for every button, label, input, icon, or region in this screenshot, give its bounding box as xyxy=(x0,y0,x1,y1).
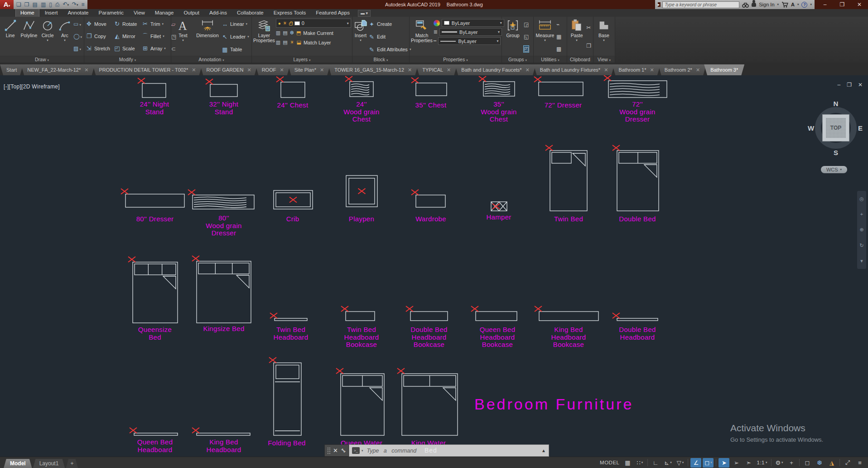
graphics-performance-icon[interactable]: ◮ xyxy=(826,458,837,468)
qat-redo-icon-dropdown[interactable]: ▾ xyxy=(77,3,78,6)
furniture-label-hamper[interactable]: Hamper xyxy=(486,214,511,221)
array-dropdown-icon[interactable]: ▾ xyxy=(164,47,166,50)
ribbon-tab-add-ins[interactable]: Add-ins xyxy=(205,9,231,17)
file-tab-new-fa-22-march-12-[interactable]: NEW_FA_22-March-12*✕ xyxy=(21,64,95,75)
panel-label-block[interactable]: Block ▾ xyxy=(352,56,409,63)
furniture-label-wardrobe[interactable]: Wardrobe xyxy=(415,215,446,223)
doc-minimize-button[interactable]: – xyxy=(837,82,840,88)
ellipse-tool-icon[interactable]: ◯ ▾ xyxy=(73,33,82,40)
file-tab-close-icon[interactable]: ✕ xyxy=(320,67,324,73)
layer-combo-dropdown-icon[interactable]: ▾ xyxy=(347,21,349,25)
infocenter-collapse-icon[interactable]: ▸ xyxy=(658,2,661,7)
file-tab-close-icon[interactable]: ✕ xyxy=(604,67,608,73)
copy-clip-icon[interactable]: ❐ xyxy=(586,43,591,49)
layer-thaw-icon[interactable]: ☀ xyxy=(290,39,294,45)
dynamic-input-icon[interactable]: ➤ xyxy=(719,458,729,468)
ribbon-tab-featured-apps[interactable]: Featured Apps xyxy=(311,9,354,17)
polar-tracking-icon-dropdown-icon[interactable]: ▾ xyxy=(670,461,672,464)
furniture-label-twin-bed[interactable]: Twin Bed xyxy=(554,215,583,223)
isolate-objects-icon[interactable]: ◻ xyxy=(802,458,813,468)
doc-close-button[interactable]: ✕ xyxy=(858,82,863,88)
drawing-title-text[interactable]: Bedroom Furniture xyxy=(474,395,633,413)
furniture-block-kingsize-bed[interactable] xyxy=(190,255,257,331)
text-button[interactable]: A Text ▾ xyxy=(173,18,193,56)
circle-button[interactable]: Circle ▾ xyxy=(39,18,56,56)
make-current-button[interactable]: Make Current xyxy=(303,30,333,36)
recent-commands-dropdown-icon[interactable]: ▾ xyxy=(362,449,363,453)
furniture-label-35-[interactable]: 35'' Wood grain Chest xyxy=(481,101,516,123)
transparency-icon[interactable]: ➣ xyxy=(743,458,754,468)
qat-customize-icon[interactable]: ≡ xyxy=(82,0,85,9)
circle-dropdown-icon[interactable]: ▾ xyxy=(47,39,48,42)
group-button[interactable]: Group xyxy=(503,18,522,56)
qat-redo-icon[interactable]: ↷▾ xyxy=(72,0,78,10)
match-layer-button[interactable]: Match Layer xyxy=(304,40,331,45)
furniture-label-double-bed[interactable]: Double Bed xyxy=(619,215,656,223)
compass-north[interactable]: N xyxy=(834,100,839,107)
fillet-button[interactable]: ⌒Fillet▾ xyxy=(142,32,170,40)
edit-button[interactable]: ✎Edit xyxy=(368,32,411,42)
furniture-label-twin-bed[interactable]: Twin Bed Headboard Bookcase xyxy=(344,326,379,349)
polar-tracking-icon[interactable]: ⊾▾ xyxy=(662,458,673,468)
zoom-icon[interactable]: ⊕ xyxy=(859,227,863,233)
annotation-scale-dropdown-icon[interactable]: ▾ xyxy=(766,461,767,464)
furniture-block-queensize[interactable] xyxy=(126,256,184,331)
view-cube[interactable]: N S E W TOP xyxy=(810,102,861,153)
furniture-label-80-[interactable]: 80'' Wood grain Dresser xyxy=(206,214,241,237)
layer-off-icon[interactable]: ▥ xyxy=(276,30,280,36)
object-color-combo[interactable]: ByLayer ▾ xyxy=(442,19,504,27)
furniture-label-35-chest[interactable]: 35'' Chest xyxy=(415,102,447,109)
furniture-block-king-water[interactable] xyxy=(395,367,464,444)
furniture-block-double-bed[interactable] xyxy=(611,144,665,219)
group-edit-icon[interactable]: ◱ xyxy=(524,34,529,40)
furniture-label-24-night[interactable]: 24'' Night Stand xyxy=(140,101,169,116)
ribbon-tab-parametric[interactable]: Parametric xyxy=(94,9,129,17)
ribbon-tab-express-tools[interactable]: Express Tools xyxy=(269,9,310,17)
furniture-label-folding-bed[interactable]: Folding Bed xyxy=(268,439,305,447)
measure-dropdown-icon[interactable]: ▾ xyxy=(544,39,546,42)
trim-button[interactable]: ✂Trim▾ xyxy=(142,20,170,27)
file-tab-bathroom-1-[interactable]: Bathroom 1*✕ xyxy=(612,64,660,75)
array-button[interactable]: ⊞Array▾ xyxy=(142,45,170,52)
table-button[interactable]: ▦Table xyxy=(222,44,249,54)
pan-icon[interactable]: + xyxy=(860,211,863,217)
id-point-icon[interactable]: ▩ xyxy=(556,46,561,52)
layer-freeze-icon[interactable]: ❆ xyxy=(290,30,294,36)
trim-dropdown-icon[interactable]: ▾ xyxy=(162,22,164,26)
file-tab-production-detail-tower-t002-[interactable]: PRODUCTION DETAIL TOWER - T002*✕ xyxy=(92,64,202,75)
create-button[interactable]: ✦Create xyxy=(368,19,411,29)
ribbon-tab-manage[interactable]: Manage xyxy=(150,9,178,17)
base-button[interactable]: Base ▾ xyxy=(595,18,613,56)
lineweight-combo[interactable]: ByLayer ▾ xyxy=(439,28,502,36)
rotate-button[interactable]: ↻Rotate xyxy=(114,20,142,27)
quick-calc-icon[interactable]: ▦ xyxy=(556,34,561,40)
file-tab-close-icon[interactable]: ✕ xyxy=(84,67,88,73)
dimension-button[interactable]: Dimension xyxy=(194,18,221,56)
cut-clip-icon[interactable]: ✂ xyxy=(586,24,591,31)
close-button[interactable]: ✕ xyxy=(851,0,868,9)
rectangle-tool-icon[interactable]: ▭ ▾ xyxy=(73,21,82,28)
edit-attributes-button[interactable]: ✎Edit Attributes▾ xyxy=(368,44,411,54)
ribbon-tab-output[interactable]: Output xyxy=(179,9,204,17)
command-bar-grip[interactable]: ✕ 🔧︎ xyxy=(324,444,349,457)
match-properties-button[interactable]: Match Properties xyxy=(411,18,433,56)
file-tab-typical[interactable]: TYPICAL✕ xyxy=(416,64,457,75)
doc-restore-button[interactable]: ❐ xyxy=(847,82,852,88)
file-tab-close-icon[interactable]: ✕ xyxy=(408,67,412,73)
command-history-expand-icon[interactable]: ▲ xyxy=(541,448,546,453)
measure-button[interactable]: Measure ▾ xyxy=(535,18,555,56)
help-dropdown-icon[interactable]: ▾ xyxy=(810,3,812,6)
search-input[interactable]: Type a keyword or phrase xyxy=(662,1,739,8)
autodesk-share-icon[interactable]: A xyxy=(791,0,795,9)
customization-gear-icon-dropdown-icon[interactable]: ▾ xyxy=(781,461,783,464)
furniture-block-queen-water[interactable] xyxy=(334,367,391,444)
file-tab-tower-16-gas-15-march-12[interactable]: TOWER 16_GAS_15-March-12✕ xyxy=(328,64,418,75)
hatch-tool-icon-dropdown[interactable]: ▾ xyxy=(78,48,81,51)
furniture-block-twin-bed[interactable] xyxy=(544,144,593,219)
compass-west[interactable]: W xyxy=(808,124,814,132)
qat-open-icon[interactable]: ❒ xyxy=(24,0,29,9)
navbar-more-icon[interactable]: ▾ xyxy=(860,258,863,264)
hardware-acceleration-icon[interactable]: ❆ xyxy=(814,458,825,468)
snap-mode-icon[interactable]: ∷▾ xyxy=(634,458,645,468)
furniture-label-80-dresser[interactable]: 80'' Dresser xyxy=(136,215,174,223)
